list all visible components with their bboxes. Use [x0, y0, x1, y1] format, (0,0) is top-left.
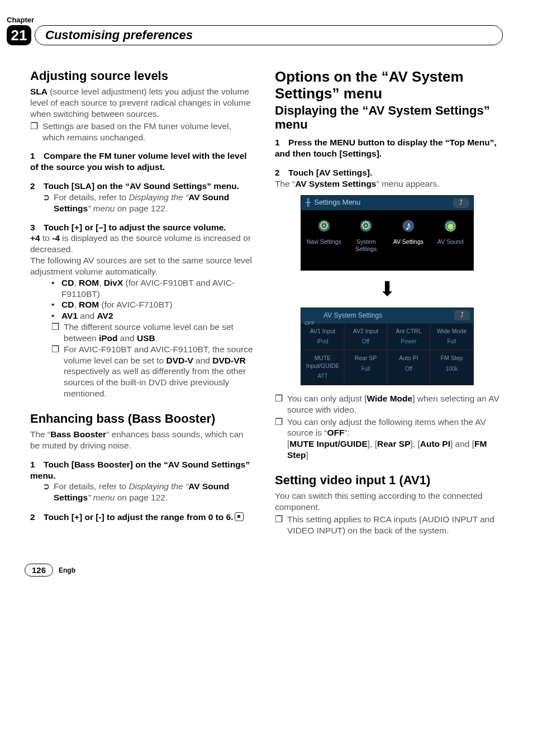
- section-heading-bass: Enhancing bass (Bass Booster): [30, 412, 255, 426]
- sla-follow: The following AV sources are set to the …: [30, 255, 255, 277]
- bass-step-2: 2 Touch [+] or [-] to adjust the range f…: [30, 511, 255, 523]
- av-settings-grid: AV1 InputiPod AV2 InputOff Ant CTRLPower…: [301, 323, 473, 385]
- section-heading-sla: Adjusting source levels: [30, 69, 255, 83]
- screenshot-av-system-settings: AV System Settings OFF ⤴ AV1 InputiPod A…: [301, 308, 474, 385]
- language-code: Engb: [59, 566, 75, 574]
- disc-bullet-icon: •: [51, 310, 56, 322]
- tile-av-settings[interactable]: ♪AV Settings: [389, 216, 428, 253]
- sla-step-2: 2 Touch [SLA] on the “AV Sound Settings”…: [30, 181, 255, 192]
- square-bullet-icon: ❐: [30, 121, 38, 143]
- disc-bullet-icon: •: [51, 299, 56, 310]
- cell-wide-mode[interactable]: Wide ModeFull: [430, 323, 473, 350]
- chapter-title: Customising preferences: [35, 25, 503, 45]
- sla-ref: ➲ For details, refer to Displaying the “…: [30, 192, 255, 214]
- square-bullet-icon: ❐: [275, 393, 283, 415]
- note-off-items: ❐ You can only adjust the following item…: [275, 417, 499, 461]
- cell-rear-sp[interactable]: Rear SPFull: [344, 350, 387, 385]
- screenshot-settings-menu: ╫ Settings Menu ⤴ ⚙Navi Settings ⚙System…: [301, 195, 474, 271]
- sla-note: ❐ Settings are based on the FM tuner vol…: [30, 121, 255, 143]
- avs-step-1: 1 Press the MENU button to display the “…: [275, 137, 499, 159]
- bass-ref: ➲ For details, refer to Displaying the “…: [30, 481, 255, 503]
- off-label: OFF: [304, 320, 315, 327]
- section-heading-displaying: Displaying the “AV System Settings” menu: [275, 103, 499, 132]
- sla-step-3: 3 Touch [+] or [–] to adjust the source …: [30, 222, 255, 233]
- page-footer: 126 Engb: [25, 564, 503, 577]
- av1-note: ❐ This setting applies to RCA inputs (AU…: [275, 514, 499, 536]
- navi-icon: ⚙: [314, 216, 334, 236]
- tile-av-sound[interactable]: ◉AV Sound: [431, 216, 470, 253]
- cell-ant-ctrl[interactable]: Ant CTRLPower: [387, 323, 430, 350]
- slider-icon: ╫: [306, 198, 311, 207]
- sla-subnote-1: ❐ The different source volume level can …: [30, 322, 255, 344]
- tile-navi-settings[interactable]: ⚙Navi Settings: [304, 216, 344, 253]
- gear-icon: ⚙: [356, 216, 376, 236]
- section-heading-av1: Setting video input 1 (AV1): [275, 473, 499, 487]
- sla-subnote-2: ❐ For AVIC-F910BT and AVIC-F9110BT, the …: [30, 344, 255, 399]
- bass-intro: The “Bass Booster” enhances bass sounds,…: [30, 429, 255, 451]
- avs-result: The “AV System Settings” menu appears.: [275, 178, 499, 190]
- back-button[interactable]: ⤴: [454, 310, 470, 320]
- tile-system-settings[interactable]: ⚙System Settings: [347, 216, 386, 253]
- sla-bullet-list: • CD, ROM, DivX (for AVIC-F910BT and AVI…: [30, 277, 255, 322]
- note-wide-mode: ❐ You can only adjust [Wide Mode] when s…: [275, 393, 499, 415]
- scr2-titlebar: AV System Settings OFF ⤴: [301, 308, 473, 323]
- section-heading-options: Options on the “AV System Settings” menu: [275, 69, 499, 102]
- square-bullet-icon: ❐: [275, 514, 283, 536]
- disc-bullet-icon: •: [51, 277, 56, 300]
- ref-arrow-icon: ➲: [42, 192, 49, 214]
- cell-av1-input[interactable]: AV1 InputiPod: [301, 323, 344, 350]
- down-arrow-icon: ⬇: [275, 276, 499, 302]
- avs-step-2: 2 Touch [AV Settings].: [275, 167, 499, 178]
- end-section-icon: [235, 512, 244, 521]
- chapter-label: Chapter: [7, 16, 503, 24]
- chapter-number-badge: 21: [7, 25, 31, 45]
- page-number: 126: [25, 564, 53, 577]
- cell-mute-input[interactable]: MUTE Input/GUIDEATT: [301, 350, 344, 385]
- sla-intro: SLA (source level adjustment) lets you a…: [30, 86, 255, 119]
- av1-intro: You can switch this setting according to…: [275, 490, 499, 513]
- cell-auto-pi[interactable]: Auto PIOff: [387, 350, 430, 385]
- wave-icon: ♪: [398, 216, 418, 236]
- sound-icon: ◉: [440, 216, 460, 236]
- square-bullet-icon: ❐: [51, 344, 59, 399]
- square-bullet-icon: ❐: [51, 322, 59, 344]
- left-column: Adjusting source levels SLA (source leve…: [30, 69, 255, 536]
- square-bullet-icon: ❐: [275, 417, 283, 461]
- sla-range: +4 to -4 is displayed as the source volu…: [30, 233, 255, 255]
- cell-av2-input[interactable]: AV2 InputOff: [344, 323, 387, 350]
- sla-step-1: 1 Compare the FM tuner volume level with…: [30, 150, 255, 173]
- back-button[interactable]: ⤴: [453, 198, 469, 208]
- cell-fm-step[interactable]: FM Step100k: [430, 350, 473, 385]
- page-header: 21 Customising preferences: [7, 25, 503, 45]
- ref-arrow-icon: ➲: [42, 481, 49, 503]
- bass-step-1: 1 Touch [Bass Booster] on the “AV Sound …: [30, 459, 255, 481]
- scr-titlebar: ╫ Settings Menu ⤴: [301, 196, 473, 210]
- right-column: Options on the “AV System Settings” menu…: [275, 69, 499, 536]
